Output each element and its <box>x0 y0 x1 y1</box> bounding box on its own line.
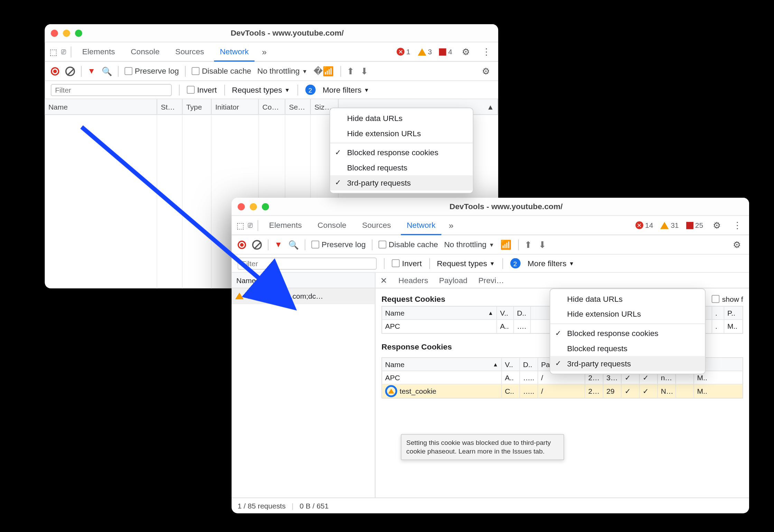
tab-sources[interactable]: Sources <box>356 216 397 235</box>
clear-icon[interactable] <box>252 240 262 249</box>
issue-count[interactable]: 25 <box>686 221 703 229</box>
filter-input[interactable] <box>51 84 172 96</box>
col-status[interactable]: St… <box>157 99 183 114</box>
tab-network[interactable]: Network <box>214 42 254 62</box>
device-icon[interactable]: ⎚ <box>248 221 253 230</box>
request-types-select[interactable]: Request types▼ <box>437 259 495 268</box>
request-name: www.youtube.com;dc… <box>247 292 323 300</box>
more-tabs-icon[interactable]: » <box>445 221 457 230</box>
search-icon[interactable]: 🔍 <box>102 66 112 76</box>
menu-blocked-response-cookies[interactable]: Blocked response cookies <box>550 326 705 341</box>
filter-icon[interactable]: ▼ <box>274 240 282 249</box>
col-value[interactable]: V.. <box>502 358 520 371</box>
warning-count[interactable]: 3 <box>418 47 432 56</box>
gear-icon[interactable]: ⚙ <box>459 46 472 57</box>
close-detail-icon[interactable]: ✕ <box>380 276 388 285</box>
tab-elements[interactable]: Elements <box>263 216 308 235</box>
preserve-log-checkbox[interactable]: Preserve log <box>124 66 179 75</box>
download-icon[interactable]: ⬇ <box>361 66 369 76</box>
settings-icon[interactable]: ⚙ <box>479 66 492 76</box>
tab-headers[interactable]: Headers <box>399 276 428 285</box>
tab-payload[interactable]: Payload <box>439 276 467 285</box>
close-icon[interactable] <box>237 203 245 210</box>
col-set[interactable]: Se… <box>286 99 311 114</box>
tab-preview[interactable]: Previ… <box>478 276 504 285</box>
upload-icon[interactable]: ⬆ <box>347 66 355 76</box>
col-name[interactable]: Name▲ <box>382 358 502 371</box>
gear-icon[interactable]: ⚙ <box>710 220 723 231</box>
col-name[interactable]: Name▲ <box>382 307 497 319</box>
menu-hide-data-urls[interactable]: Hide data URLs <box>330 111 473 126</box>
disable-cache-checkbox[interactable]: Disable cache <box>379 240 438 249</box>
inspect-icon[interactable]: ⬚ <box>49 47 57 57</box>
preserve-log-checkbox[interactable]: Preserve log <box>311 240 366 249</box>
tab-sources[interactable]: Sources <box>169 42 210 62</box>
devtools-window-2: DevTools - www.youtube.com/ ⬚ ⎚ Elements… <box>232 198 749 513</box>
disable-cache-checkbox[interactable]: Disable cache <box>192 66 251 75</box>
invert-checkbox[interactable]: Invert <box>392 259 422 268</box>
menu-3rd-party-requests[interactable]: 3rd-party requests <box>550 356 705 371</box>
upload-icon[interactable]: ⬆ <box>524 239 532 250</box>
col-dot[interactable]: . <box>712 307 724 319</box>
col-type[interactable]: Type <box>183 99 212 114</box>
warning-count[interactable]: 31 <box>660 221 679 229</box>
col-initiator[interactable]: Initiator <box>212 99 259 114</box>
tab-network[interactable]: Network <box>401 216 441 235</box>
col-name[interactable]: Name <box>45 99 157 114</box>
zoom-icon[interactable] <box>75 29 82 37</box>
tab-console[interactable]: Console <box>311 216 352 235</box>
request-row[interactable]: www.youtube.com;dc… <box>232 288 375 304</box>
tab-elements[interactable]: Elements <box>76 42 121 62</box>
throttling-select[interactable]: No throttling▼ <box>444 240 494 249</box>
kebab-icon[interactable]: ⋮ <box>730 220 744 231</box>
invert-checkbox[interactable]: Invert <box>187 85 217 94</box>
request-list: Name www.youtube.com;dc… <box>232 273 375 498</box>
col-domain[interactable]: D.. <box>514 307 531 319</box>
menu-blocked-requests[interactable]: Blocked requests <box>330 160 473 175</box>
menu-blocked-requests[interactable]: Blocked requests <box>550 341 705 356</box>
col-value[interactable]: V.. <box>497 307 514 319</box>
more-filters-select[interactable]: More filters▼ <box>528 259 574 268</box>
col-domain[interactable]: D.. <box>520 358 538 371</box>
menu-hide-data-urls[interactable]: Hide data URLs <box>550 291 705 307</box>
network-conditions-icon[interactable]: 📶 <box>500 239 512 250</box>
minimize-icon[interactable] <box>63 29 70 37</box>
inspect-icon[interactable]: ⬚ <box>236 221 244 230</box>
network-conditions-icon[interactable]: �📶 <box>314 66 334 76</box>
menu-hide-extension-urls[interactable]: Hide extension URLs <box>550 307 705 322</box>
col-content[interactable]: Co… <box>259 99 286 114</box>
error-count[interactable]: ✕1 <box>397 47 410 56</box>
more-filters-select[interactable]: More filters▼ <box>323 85 369 94</box>
error-count[interactable]: ✕14 <box>635 221 653 229</box>
menu-hide-extension-urls[interactable]: Hide extension URLs <box>330 126 473 141</box>
filter-bar: Invert Request types▼ 2 More filters▼ <box>232 254 749 272</box>
col-name[interactable]: Name <box>232 273 375 288</box>
menu-3rd-party-requests[interactable]: 3rd-party requests <box>330 175 473 190</box>
more-tabs-icon[interactable]: » <box>258 47 270 57</box>
zoom-icon[interactable] <box>262 203 269 210</box>
minimize-icon[interactable] <box>250 203 257 210</box>
panel-tabbar: ⬚ ⎚ Elements Console Sources Network » ✕… <box>232 216 749 235</box>
search-icon[interactable]: 🔍 <box>288 240 299 249</box>
menu-blocked-response-cookies[interactable]: Blocked response cookies <box>330 145 473 160</box>
download-icon[interactable]: ⬇ <box>539 239 547 250</box>
issue-count[interactable]: 4 <box>439 47 452 56</box>
table-row[interactable]: test_cookie C.. ….. / 2… 29 ✓ ✓ N… M.. <box>382 384 742 398</box>
blocked-cookie-tooltip: Setting this cookie was blocked due to t… <box>401 434 564 460</box>
device-icon[interactable]: ⎚ <box>61 47 66 56</box>
record-icon[interactable] <box>51 67 59 75</box>
warning-icon <box>388 389 394 394</box>
filter-bar: Invert Request types▼ 2 More filters▼ <box>45 81 498 99</box>
show-filtered-checkbox[interactable]: show f <box>712 295 743 303</box>
clear-icon[interactable] <box>65 66 75 76</box>
tab-console[interactable]: Console <box>125 42 166 62</box>
request-types-select[interactable]: Request types▼ <box>232 85 290 94</box>
close-icon[interactable] <box>51 29 58 37</box>
record-icon[interactable] <box>237 240 246 249</box>
settings-icon[interactable]: ⚙ <box>730 239 743 250</box>
col-p[interactable]: P.. <box>724 307 742 319</box>
kebab-icon[interactable]: ⋮ <box>479 46 493 57</box>
throttling-select[interactable]: No throttling▼ <box>257 66 307 75</box>
filter-icon[interactable]: ▼ <box>88 66 96 75</box>
filter-input[interactable] <box>237 257 376 269</box>
